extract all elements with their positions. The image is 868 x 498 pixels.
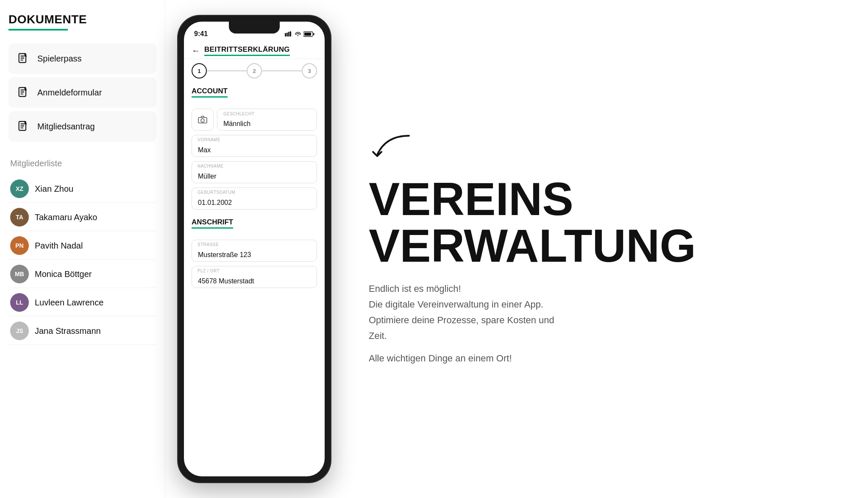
avatar-luvleen-lawrence: LL	[10, 293, 29, 312]
middle-panel: 9:41	[165, 0, 343, 498]
geschlecht-label: GESCHLECHT	[223, 112, 254, 116]
doc-item-anmeldeformular[interactable]: Anmeldeformular	[8, 77, 156, 108]
member-item-monica-boettger[interactable]: MB Monica Böttger	[8, 260, 156, 288]
avatar-xian-zhou: XZ	[10, 179, 29, 198]
member-name-jana-strassmann: Jana Strassmann	[35, 326, 101, 336]
nachname-label: NACHNAME	[198, 164, 223, 168]
member-list: XZ Xian Zhou TA Takamaru Ayako PN Pavith…	[8, 175, 156, 345]
nachname-field[interactable]: NACHNAME Müller	[192, 161, 317, 183]
document-icon-3	[15, 119, 31, 134]
desc-4: Zeit.	[369, 329, 615, 343]
member-item-luvleen-lawrence[interactable]: LL Luvleen Lawrence	[8, 289, 156, 316]
svg-rect-6	[290, 31, 291, 36]
member-name-takamaru-ayako: Takamaru Ayako	[35, 213, 97, 222]
svg-rect-9	[304, 33, 311, 36]
right-panel: VEREINS VERWALTUNG Endlich ist es möglic…	[343, 0, 868, 498]
big-title-line2: VERWALTUNG	[369, 222, 843, 269]
step-line-2	[262, 70, 302, 71]
phone-header: ← BEITRITTSERKLÄRUNG	[184, 42, 325, 59]
step-3[interactable]: 3	[302, 63, 317, 78]
doc-label-mitgliedsantrag: Mitgliedsantrag	[37, 122, 95, 131]
step-2[interactable]: 2	[247, 63, 262, 78]
description: Endlich ist es möglich! Die digitale Ver…	[369, 282, 615, 367]
nachname-value: Müller	[198, 170, 217, 180]
member-name-xian-zhou: Xian Zhou	[35, 184, 73, 194]
plz-ort-label: PLZ / ORT	[198, 269, 220, 273]
big-title: VEREINS VERWALTUNG	[369, 176, 843, 269]
svg-rect-4	[287, 33, 288, 36]
anschrift-section-title: ANSCHRIFT	[192, 218, 233, 229]
status-time: 9:41	[194, 30, 208, 38]
strasse-field[interactable]: STRASSE Musterstraße 123	[192, 240, 317, 262]
account-section-title: ACCOUNT	[192, 87, 228, 98]
desc-1: Endlich ist es möglich!	[369, 282, 615, 296]
vorname-label: VORNAME	[198, 137, 220, 142]
member-item-xian-zhou[interactable]: XZ Xian Zhou	[8, 175, 156, 203]
plz-ort-row: PLZ / ORT 45678 Musterstadt	[192, 266, 317, 288]
back-button[interactable]: ←	[192, 46, 200, 56]
step-1[interactable]: 1	[192, 63, 207, 78]
desc-5: Alle wichtigen Dinge an einem Ort!	[369, 351, 615, 365]
avatar-takamaru-ayako: TA	[10, 208, 29, 227]
geschlecht-field[interactable]: GESCHLECHT Männlich	[217, 109, 317, 131]
plz-ort-field[interactable]: PLZ / ORT 45678 Musterstadt	[192, 266, 317, 288]
doc-label-anmeldeformular: Anmeldeformular	[37, 88, 102, 98]
status-icons	[285, 31, 314, 37]
geschlecht-value: Männlich	[223, 118, 250, 128]
strasse-label: STRASSE	[198, 242, 219, 247]
camera-button[interactable]	[192, 109, 214, 131]
phone-content: ACCOUNT GESCHLECHT Männlich	[184, 83, 325, 476]
title-underline	[8, 29, 68, 31]
svg-rect-10	[313, 33, 314, 35]
member-item-takamaru-ayako[interactable]: TA Takamaru Ayako	[8, 204, 156, 231]
doc-item-spielerpass[interactable]: Spielerpass	[8, 43, 156, 74]
geburtsdatum-row: GEBURTSDATUM 01.01.2002	[192, 187, 317, 210]
doc-label-spielerpass: Spielerpass	[37, 54, 82, 64]
strasse-value: Musterstraße 123	[198, 249, 251, 259]
document-icon	[15, 51, 31, 66]
big-title-line1: VEREINS	[369, 176, 843, 222]
svg-point-12	[201, 119, 204, 122]
avatar-monica-boettger: MB	[10, 265, 29, 283]
step-line-1	[207, 70, 247, 71]
geschlecht-row: GESCHLECHT Männlich	[192, 109, 317, 131]
member-name-pavith-nadal: Pavith Nadal	[35, 241, 83, 251]
left-panel: DOKUMENTE Spielerpass Anmeldeformula	[0, 0, 165, 498]
phone-screen: 9:41	[184, 22, 325, 476]
geburtsdatum-label: GEBURTSDATUM	[198, 190, 235, 195]
nachname-row: NACHNAME Müller	[192, 161, 317, 183]
plz-ort-value: 45678 Musterstadt	[198, 275, 254, 285]
svg-point-7	[298, 35, 298, 36]
avatar-jana-strassmann: JS	[10, 322, 29, 340]
document-list: Spielerpass Anmeldeformular Mitgliedsa	[8, 43, 156, 142]
phone-screen-title: BEITRITTSERKLÄRUNG	[204, 45, 290, 56]
avatar-pavith-nadal: PN	[10, 236, 29, 255]
member-name-luvleen-lawrence: Luvleen Lawrence	[35, 298, 103, 308]
step-indicator: 1 2 3	[184, 59, 325, 83]
doc-item-mitgliedsantrag[interactable]: Mitgliedsantrag	[8, 111, 156, 142]
mitgliederliste-title: Mitgliederliste	[8, 159, 156, 168]
phone-notch	[229, 22, 280, 34]
svg-rect-5	[288, 32, 289, 36]
vorname-row: VORNAME Max	[192, 135, 317, 157]
strasse-row: STRASSE Musterstraße 123	[192, 240, 317, 262]
desc-3: Optimiere deine Prozesse, spare Kosten u…	[369, 313, 615, 327]
geburtsdatum-value: 01.01.2002	[198, 196, 232, 207]
phone-mockup: 9:41	[178, 16, 331, 482]
geschlecht-field-wrap: GESCHLECHT Männlich	[217, 109, 317, 131]
vorname-value: Max	[198, 144, 211, 154]
geburtsdatum-field[interactable]: GEBURTSDATUM 01.01.2002	[192, 187, 317, 210]
svg-rect-3	[285, 33, 286, 36]
dokumente-title: DOKUMENTE	[8, 13, 156, 26]
member-item-jana-strassmann[interactable]: JS Jana Strassmann	[8, 317, 156, 345]
arrow-decoration	[369, 131, 843, 167]
desc-2: Die digitale Vereinverwaltung in einer A…	[369, 297, 615, 311]
member-name-monica-boettger: Monica Böttger	[35, 269, 92, 279]
member-item-pavith-nadal[interactable]: PN Pavith Nadal	[8, 232, 156, 260]
document-icon-2	[15, 85, 31, 100]
vorname-field[interactable]: VORNAME Max	[192, 135, 317, 157]
